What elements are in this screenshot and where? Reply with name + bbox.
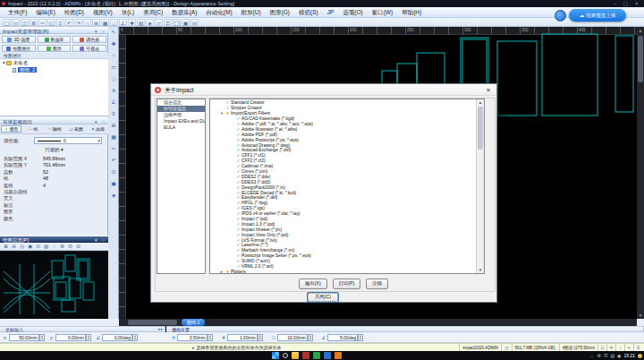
palette-select[interactable]: 0▾ — [34, 137, 102, 144]
toolbar-button-icon[interactable]: ⊞ — [92, 19, 100, 26]
field-input[interactable]: 10.00mm — [277, 334, 308, 341]
field-input[interactable]: 0.00mm — [55, 334, 86, 341]
menu-item[interactable]: 自动化(M) — [201, 7, 236, 17]
hscroll-thumb[interactable] — [128, 320, 177, 325]
tray-icon[interactable]: ◉ — [617, 353, 621, 358]
field-input[interactable]: 50.00mm — [9, 334, 39, 341]
tray-icon[interactable]: ☑ — [604, 353, 607, 358]
taskbar-app-icon[interactable] — [324, 352, 331, 359]
drawing-tool-icon[interactable]: ✚ — [108, 39, 119, 50]
drawing-tool-icon[interactable]: ◇ — [108, 73, 119, 85]
monitor-tab[interactable]: ◠轴线 — [44, 125, 64, 133]
drawing-tool-icon[interactable]: ≡ — [108, 108, 119, 120]
taskbar-app-icon[interactable] — [283, 353, 288, 358]
zoom-tool-icon[interactable]: ⊖ — [10, 244, 18, 250]
menu-item[interactable]: 模切(S) — [294, 7, 323, 17]
explorer-panel-header[interactable]: Impact资源管理器(R) ▾ ○ — [0, 27, 108, 34]
toolbar-button-icon[interactable]: ◫ — [21, 19, 29, 26]
field-input[interactable]: 0.50mm — [177, 334, 208, 341]
stepper[interactable]: ▲▼ — [308, 334, 313, 341]
upload-preview-button[interactable]: ☁结果预览上传 — [569, 9, 626, 21]
dialog-nav-item[interactable]: 许可证信息 — [157, 106, 205, 112]
stepper[interactable]: ▲▼ — [208, 334, 213, 341]
drawing-tool-icon[interactable]: ◈ — [108, 190, 119, 201]
scroll-down-icon[interactable]: ▼ — [477, 267, 484, 273]
stepper[interactable]: ▲▼ — [258, 334, 263, 341]
menu-item[interactable]: 数据库(A) — [167, 7, 201, 17]
dialog-button[interactable]: 输出(X) — [299, 279, 327, 289]
drawing-tool-icon[interactable]: ▣ — [108, 178, 119, 190]
sheet-tab[interactable]: 图纸:2 — [182, 319, 205, 326]
zoom-tool-icon[interactable]: ⊝ — [74, 244, 82, 250]
scroll-up-icon[interactable]: ▲ — [637, 27, 644, 34]
menu-item[interactable]: 编辑(E) — [31, 7, 60, 17]
drawing-tool-icon[interactable]: ✂ — [108, 143, 119, 155]
stepper[interactable]: ▲▼ — [358, 334, 363, 341]
drawing-tool-icon[interactable]: ↶ — [108, 155, 119, 167]
explorer-tab[interactable]: 绘图层次 — [2, 45, 36, 52]
zoom-tool-icon[interactable]: ◎ — [18, 244, 26, 250]
explorer-tab[interactable]: 3D 场景 — [2, 36, 36, 43]
dialog-close-button[interactable]: ✕ — [483, 86, 494, 94]
menu-item[interactable]: 窗口(W) — [368, 7, 397, 17]
taskbar-app-icon[interactable] — [313, 352, 320, 359]
tray-icon[interactable]: ︿ — [589, 353, 594, 358]
stepper[interactable]: ▲▼ — [86, 334, 91, 341]
canvas-vscrollbar[interactable]: ▲ ▼ — [637, 27, 644, 319]
grid-settings-header[interactable]: ⋮ 栅格设置 — [166, 326, 644, 332]
tree-expand-icon[interactable]: ▾ — [3, 60, 5, 65]
zoom-tool-icon[interactable]: ◉ — [26, 244, 34, 250]
toolbar-button-icon[interactable]: ◈ — [146, 19, 154, 26]
taskbar-app-icon[interactable] — [335, 352, 342, 359]
toolbar-button-icon[interactable]: ◯ — [173, 19, 181, 26]
monitor-tab[interactable]: ✓通用 — [1, 125, 21, 133]
zoom-tool-icon[interactable]: ⊜ — [66, 244, 74, 250]
notification-bell-icon[interactable] — [638, 354, 642, 358]
drawing-tool-icon[interactable]: ▦ — [108, 132, 119, 143]
close-dialog-button[interactable]: 关闭(C) — [307, 292, 339, 303]
explorer-tab[interactable]: 可视化 — [72, 45, 106, 52]
dialog-nav-item[interactable]: 综合信息 — [157, 99, 205, 106]
zoom-tool-icon[interactable]: ⊛ — [58, 244, 66, 250]
drawing-tool-icon[interactable]: ○ — [108, 50, 119, 62]
menu-item[interactable]: 附加(U) — [237, 7, 266, 17]
taskbar-app-icon[interactable] — [272, 352, 279, 359]
menu-item[interactable]: 帮助(H) — [397, 7, 426, 17]
monitor-tab[interactable]: —线 — [22, 125, 43, 133]
explorer-tab[interactable]: 调色板 — [72, 36, 106, 43]
toolbar-button-icon[interactable]: ∠ — [119, 19, 127, 26]
explorer-tab[interactable]: 图形 — [38, 45, 72, 52]
menu-item[interactable]: 视图(V) — [89, 7, 117, 17]
tray-icon[interactable]: ▤ — [610, 353, 614, 358]
toolbar-button-icon[interactable]: ≣ — [30, 19, 38, 26]
window-controls[interactable]: ‒ ▢ ✕ — [614, 0, 641, 7]
dialog-title-bar[interactable]: 关于Impact ✕ — [151, 84, 496, 96]
monitor-tab[interactable]: ▱表面 — [66, 125, 87, 133]
toolbar-button-icon[interactable]: ▧ — [137, 19, 145, 26]
dialog-nav-item[interactable]: 法律声明 — [157, 112, 205, 118]
stepper[interactable]: ▲▼ — [39, 334, 45, 341]
taskbar-app-icon[interactable] — [302, 352, 309, 359]
monitor-tab[interactable]: ✦高级 — [88, 125, 108, 133]
menu-item[interactable]: 文件(F) — [4, 7, 31, 17]
drawing-tool-icon[interactable]: ⊞ — [108, 120, 119, 132]
drawing-tool-icon[interactable]: ∠ — [108, 97, 119, 108]
drawing-tool-icon[interactable]: ↖ — [108, 27, 119, 39]
toolbar-button-icon[interactable]: ☰ — [164, 19, 172, 26]
explorer-tab[interactable]: 数据库 — [38, 36, 72, 43]
field-input[interactable]: 1.00mm — [227, 334, 258, 341]
menu-item[interactable]: 图形(G) — [266, 7, 294, 17]
dialog-button[interactable]: 打印(P) — [333, 279, 361, 289]
toolbar-button-icon[interactable]: ✚ — [128, 19, 136, 26]
feature-tree-row[interactable]: Plotters — [210, 270, 475, 275]
toolbar-button-icon[interactable]: ↷ — [74, 19, 82, 26]
vscroll-thumb[interactable] — [638, 36, 643, 82]
menu-item[interactable]: 块(L) — [117, 7, 139, 17]
toolbar-button-icon[interactable]: ○ — [83, 19, 91, 26]
drawing-tool-icon[interactable]: A — [108, 85, 119, 97]
dialog-button[interactable]: 注销 — [366, 279, 388, 289]
tree-selected-node[interactable]: 图纸: 2 — [0, 66, 108, 73]
canvas-hscrollbar[interactable]: 图纸:2 — [119, 319, 637, 326]
zoom-tool-icon[interactable]: ⊕ — [2, 244, 10, 250]
license-feature-tree[interactable]: Standard Creator Stripper Creator Import… — [209, 99, 485, 274]
